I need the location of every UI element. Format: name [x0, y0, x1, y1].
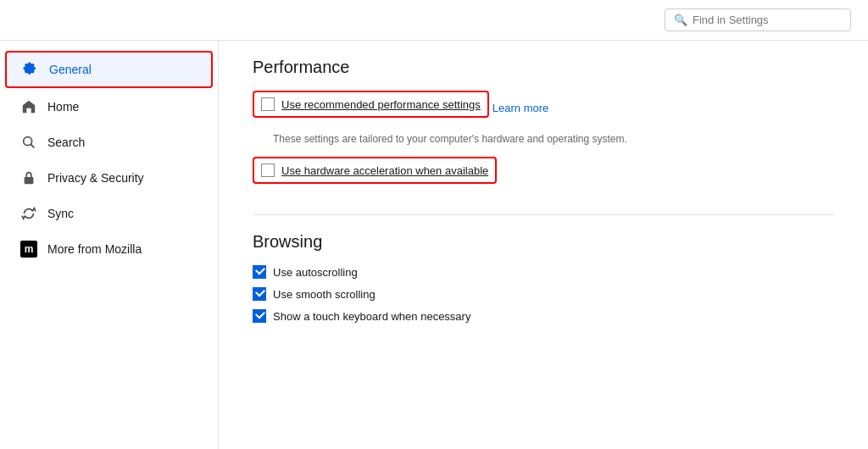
sidebar-item-sync-label: Sync — [47, 207, 74, 220]
lock-icon — [20, 169, 37, 186]
touch-keyboard-checkbox[interactable] — [253, 309, 266, 323]
autoscrolling-row: Use autoscrolling — [253, 265, 834, 279]
recommended-settings-checkbox[interactable] — [261, 97, 275, 111]
find-in-settings-input[interactable] — [693, 14, 842, 26]
autoscrolling-label: Use autoscrolling — [273, 266, 358, 279]
sync-icon — [20, 205, 37, 222]
sidebar-item-home-label: Home — [47, 100, 79, 114]
performance-description: These settings are tailored to your comp… — [273, 131, 782, 147]
autoscrolling-checkbox[interactable] — [253, 265, 266, 279]
recommended-settings-row: Use recommended performance settings Lea… — [253, 91, 834, 125]
mozilla-icon: m — [20, 241, 37, 258]
sidebar-item-search-label: Search — [47, 136, 85, 149]
sidebar-item-privacy-security[interactable]: Privacy & Security — [5, 161, 213, 195]
svg-line-1 — [31, 144, 34, 147]
section-divider — [253, 214, 834, 215]
performance-title: Performance — [253, 58, 834, 77]
touch-keyboard-label: Show a touch keyboard when necessary — [273, 310, 470, 323]
main-layout: General Home Search — [0, 41, 868, 449]
smooth-scrolling-label: Use smooth scrolling — [273, 288, 376, 301]
svg-point-0 — [24, 137, 32, 146]
browsing-title: Browsing — [253, 232, 834, 252]
recommended-settings-highlighted: Use recommended performance settings — [253, 91, 489, 118]
hardware-accel-label: Use hardware acceleration when available — [281, 164, 488, 177]
sidebar-item-mozilla-label: More from Mozilla — [47, 242, 142, 256]
find-in-settings-box[interactable]: 🔍 — [665, 8, 851, 31]
sidebar-item-privacy-label: Privacy & Security — [47, 171, 144, 185]
svg-rect-2 — [25, 177, 34, 184]
mozilla-m-logo: m — [20, 241, 37, 258]
sidebar: General Home Search — [0, 41, 219, 449]
sidebar-item-more-from-mozilla[interactable]: m More from Mozilla — [5, 232, 213, 266]
learn-more-link[interactable]: Learn more — [492, 102, 548, 114]
touch-keyboard-row: Show a touch keyboard when necessary — [253, 309, 834, 323]
sidebar-item-search[interactable]: Search — [5, 125, 213, 159]
search-nav-icon — [20, 134, 37, 151]
sidebar-item-general-label: General — [49, 63, 92, 76]
hardware-accel-row: Use hardware acceleration when available — [253, 157, 497, 184]
home-icon — [20, 98, 37, 115]
smooth-scrolling-row: Use smooth scrolling — [253, 287, 834, 301]
sidebar-item-home[interactable]: Home — [5, 90, 213, 124]
search-icon: 🔍 — [674, 14, 687, 26]
sidebar-item-general[interactable]: General — [5, 51, 213, 88]
main-content: Performance Use recommended performance … — [219, 41, 868, 449]
recommended-settings-label: Use recommended performance settings — [281, 98, 481, 111]
header: 🔍 — [0, 0, 868, 41]
smooth-scrolling-checkbox[interactable] — [253, 287, 266, 301]
browsing-section: Browsing Use autoscrolling Use smooth sc… — [253, 232, 834, 323]
gear-icon — [22, 61, 39, 78]
hardware-accel-checkbox[interactable] — [261, 164, 275, 177]
performance-section: Performance Use recommended performance … — [253, 58, 834, 197]
sidebar-item-sync[interactable]: Sync — [5, 197, 213, 230]
